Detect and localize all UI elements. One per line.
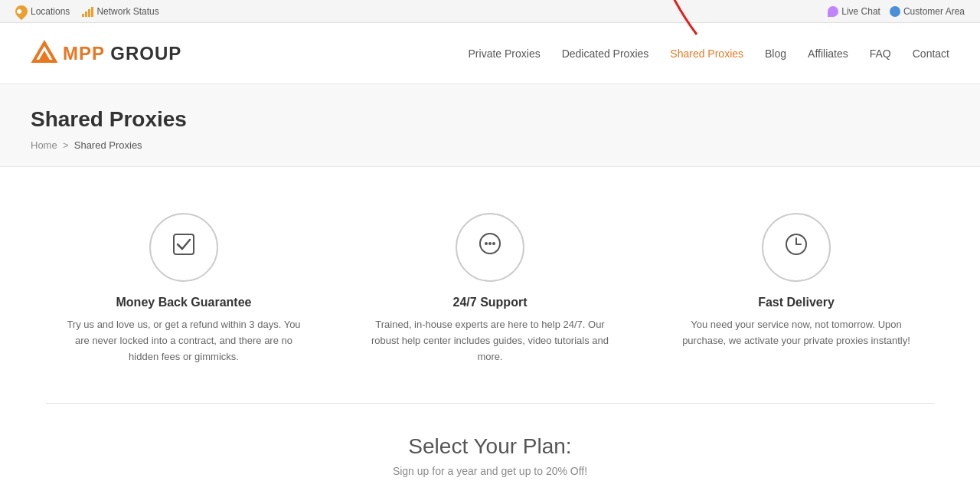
breadcrumb: Home > Shared Proxies bbox=[31, 139, 949, 151]
nav-dedicated-proxies[interactable]: Dedicated Proxies bbox=[562, 47, 649, 60]
select-plan-title: Select Your Plan: bbox=[31, 434, 949, 459]
feature-money-back: Money Back Guarantee Try us and love us,… bbox=[61, 213, 306, 365]
location-icon bbox=[13, 2, 31, 20]
money-back-desc: Try us and love us, or get a refund with… bbox=[61, 317, 306, 365]
logo-text: MPP GROUP bbox=[63, 43, 181, 64]
top-bar-right: Live Chat Customer Area bbox=[828, 6, 965, 17]
svg-point-6 bbox=[492, 242, 495, 245]
nav-private-proxies[interactable]: Private Proxies bbox=[469, 47, 541, 60]
logo-icon bbox=[31, 40, 58, 67]
money-back-title: Money Back Guarantee bbox=[116, 296, 252, 309]
locations-link[interactable]: Locations bbox=[15, 5, 70, 18]
delivery-title: Fast Delivery bbox=[758, 296, 835, 309]
support-icon-circle bbox=[456, 213, 524, 282]
main-nav: Private Proxies Dedicated Proxies Shared… bbox=[469, 47, 949, 60]
nav-affiliates[interactable]: Affiliates bbox=[808, 47, 848, 60]
support-title: 24/7 Support bbox=[453, 296, 528, 309]
money-back-icon-circle bbox=[149, 213, 218, 282]
chat-icon bbox=[828, 6, 838, 17]
svg-point-5 bbox=[488, 242, 492, 245]
checkmark-icon bbox=[171, 231, 197, 263]
svg-point-4 bbox=[485, 242, 488, 245]
feature-delivery: Fast Delivery You need your service now,… bbox=[674, 213, 919, 365]
features-section: Money Back Guarantee Try us and love us,… bbox=[0, 167, 980, 395]
feature-support: 24/7 Support Trained, in-house experts a… bbox=[368, 213, 612, 365]
nav-faq[interactable]: FAQ bbox=[870, 47, 891, 60]
livechat-link[interactable]: Live Chat bbox=[828, 6, 880, 17]
locations-label: Locations bbox=[31, 6, 70, 17]
header: MPP GROUP Private Proxies Dedicated Prox… bbox=[0, 23, 980, 84]
nav-shared-proxies[interactable]: Shared Proxies bbox=[670, 47, 743, 60]
support-desc: Trained, in-house experts are here to he… bbox=[368, 317, 612, 365]
breadcrumb-current: Shared Proxies bbox=[74, 139, 142, 151]
nav-contact[interactable]: Contact bbox=[913, 47, 949, 60]
breadcrumb-home[interactable]: Home bbox=[31, 139, 57, 151]
page-hero: Shared Proxies Home > Shared Proxies bbox=[0, 84, 980, 167]
top-bar-left: Locations Network Status bbox=[15, 5, 159, 18]
select-plan-subtitle: Sign up for a year and get up to 20% Off… bbox=[31, 465, 949, 477]
customer-label: Customer Area bbox=[903, 6, 965, 17]
network-icon bbox=[82, 6, 93, 17]
delivery-desc: You need your service now, not tomorrow.… bbox=[674, 317, 919, 349]
user-icon bbox=[890, 6, 900, 17]
livechat-label: Live Chat bbox=[841, 6, 880, 17]
chat-bubble-icon bbox=[477, 231, 503, 263]
page-title: Shared Proxies bbox=[31, 107, 949, 132]
network-status-link[interactable]: Network Status bbox=[82, 6, 158, 17]
nav-blog[interactable]: Blog bbox=[765, 47, 786, 60]
select-plan-section: Select Your Plan: Sign up for a year and… bbox=[0, 404, 980, 481]
top-bar: Locations Network Status Live Chat Custo… bbox=[0, 0, 980, 23]
delivery-icon-circle bbox=[762, 213, 831, 282]
logo[interactable]: MPP GROUP bbox=[31, 40, 181, 67]
customer-area-link[interactable]: Customer Area bbox=[890, 6, 965, 17]
network-label: Network Status bbox=[96, 6, 158, 17]
clock-icon bbox=[783, 231, 809, 263]
